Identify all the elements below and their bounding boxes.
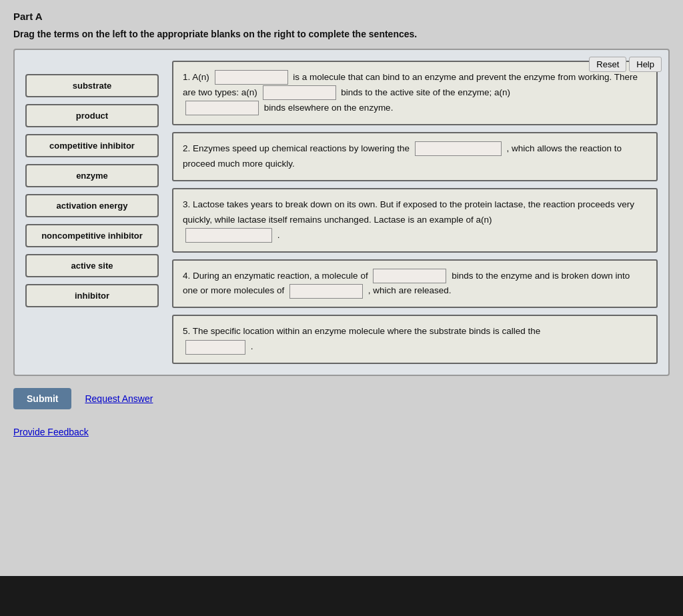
sentence-3: 3. Lactose takes years to break down on … [172,188,658,253]
sentences-column: 1. A(n) is a molecule that can bind to a… [172,61,658,364]
term-competitive-inhibitor[interactable]: competitive inhibitor [25,134,159,157]
help-button[interactable]: Help [629,57,662,72]
page: Part A Drag the terms on the left to the… [0,0,683,616]
s1-text4: binds elsewhere on the enzyme. [264,103,394,113]
blank-1b[interactable] [263,85,336,100]
bottom-bar: Submit Request Answer [13,388,670,409]
s4-text1: 4. During an enzymatic reaction, a molec… [183,271,368,281]
s1-text3: binds to the active site of the enzyme; … [341,87,510,97]
instructions: Drag the terms on the left to the approp… [13,29,670,39]
sentence-2: 2. Enzymes speed up chemical reactions b… [172,132,658,181]
s3-text1: 3. Lactose takes years to break down on … [183,199,634,225]
top-buttons: Reset Help [589,57,662,72]
term-noncompetitive-inhibitor[interactable]: noncompetitive inhibitor [25,224,159,247]
blank-2a[interactable] [415,141,502,156]
s4-text3: , which are released. [368,285,452,295]
term-activation-energy[interactable]: activation energy [25,194,159,217]
blank-3a[interactable] [185,228,272,243]
sentence-5: 5. The specific location within an enzym… [172,315,658,364]
blank-1c[interactable] [185,101,259,115]
blank-1a[interactable] [215,70,288,85]
blank-4b[interactable] [289,284,363,299]
blank-4a[interactable] [373,269,446,283]
sentence-4: 4. During an enzymatic reaction, a molec… [172,259,658,309]
s3-text2: . [277,230,280,240]
s5-text2: . [251,341,253,351]
s5-text1: 5. The specific location within an enzym… [183,326,540,336]
main-content-box: Reset Help substrate product competitive… [13,49,670,376]
s1-text1: 1. A(n) [183,72,209,82]
provide-feedback-link[interactable]: Provide Feedback [13,427,89,437]
terms-column: substrate product competitive inhibitor … [25,61,159,364]
submit-button[interactable]: Submit [13,388,71,409]
request-answer-link[interactable]: Request Answer [85,393,153,404]
s2-text1: 2. Enzymes speed up chemical reactions b… [183,143,410,153]
term-enzyme[interactable]: enzyme [25,164,159,187]
part-label: Part A [13,11,670,22]
term-active-site[interactable]: active site [25,254,159,277]
term-product[interactable]: product [25,104,159,127]
reset-button[interactable]: Reset [589,57,626,72]
sentence-1: 1. A(n) is a molecule that can bind to a… [172,61,658,125]
dark-bar [0,576,683,616]
term-substrate[interactable]: substrate [25,74,159,97]
term-inhibitor[interactable]: inhibitor [25,284,159,307]
blank-5a[interactable] [185,340,245,355]
